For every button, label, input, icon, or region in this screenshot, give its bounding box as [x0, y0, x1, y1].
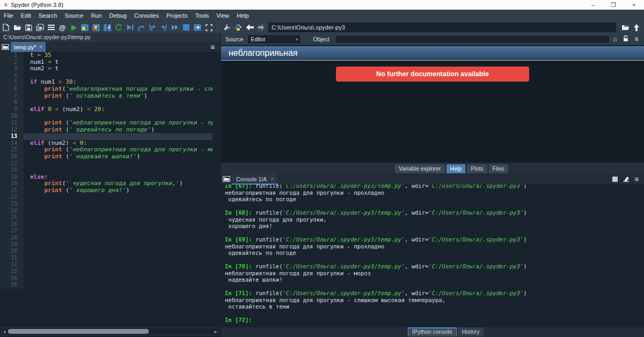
scroll-left-icon[interactable]: ◂	[2, 329, 7, 334]
parent-directory-icon[interactable]	[631, 23, 642, 32]
close-button[interactable]: ×	[624, 0, 644, 10]
continue-icon[interactable]	[170, 23, 180, 32]
menu-help[interactable]: Help	[233, 10, 253, 21]
code-line[interactable]: 3num2 = t	[0, 65, 213, 72]
run-icon[interactable]	[68, 23, 79, 32]
code-line[interactable]: 17	[0, 160, 213, 167]
tab-help[interactable]: Help	[447, 164, 466, 173]
scroll-right-icon[interactable]: ▸	[213, 329, 218, 334]
code-line[interactable]: 8	[0, 99, 213, 106]
code-line[interactable]: 35	[0, 282, 213, 289]
tab-temp-py[interactable]: temp.py* ×	[11, 42, 46, 52]
code-line[interactable]: 33	[0, 268, 213, 275]
python-env-icon[interactable]	[233, 23, 244, 32]
save-icon[interactable]	[23, 23, 34, 32]
clear-console-icon[interactable]	[620, 174, 631, 184]
code-line[interactable]: 5if num1 > 30:	[0, 79, 213, 86]
tab-plots[interactable]: Plots	[467, 164, 487, 173]
back-icon[interactable]	[244, 23, 255, 32]
new-console-icon[interactable]	[192, 23, 203, 32]
code-line[interactable]: 29	[0, 241, 213, 248]
code-line[interactable]: 11 print ('неблагоприятная погода для пр…	[0, 120, 213, 127]
stop-icon[interactable]	[181, 23, 192, 32]
home-icon[interactable]: ⌂	[610, 35, 620, 43]
forward-icon[interactable]	[255, 23, 266, 32]
menu-source[interactable]: Source	[61, 10, 87, 21]
code-line[interactable]: 2num1 = t	[0, 59, 213, 66]
code-line[interactable]: 7 print (' оставайтесь в тени')	[0, 93, 213, 100]
code-editor[interactable]: 1t = 352num1 = t3num2 = t45if num1 > 30:…	[0, 52, 213, 337]
scrollbar-thumb[interactable]	[8, 329, 149, 334]
menu-consoles[interactable]: Consoles	[130, 10, 163, 21]
step-into-icon[interactable]	[147, 23, 158, 32]
code-line[interactable]: 14elif (num2) < 0:	[0, 140, 213, 147]
find-symbols-icon[interactable]: @	[57, 23, 68, 32]
run-cell-advance-icon[interactable]	[91, 23, 101, 32]
file-switcher-icon[interactable]	[46, 23, 56, 32]
code-line[interactable]: 19else:	[0, 174, 213, 181]
working-directory-input[interactable]	[268, 23, 616, 32]
code-line[interactable]: 27	[0, 228, 213, 235]
code-line[interactable]: 4	[0, 72, 213, 79]
code-line[interactable]: 13	[0, 133, 213, 140]
browse-tabs-icon[interactable]	[221, 174, 232, 184]
code-line[interactable]: 10	[0, 113, 213, 120]
source-select[interactable]: Editor ▾	[247, 34, 301, 44]
open-file-icon[interactable]	[12, 23, 23, 32]
code-line[interactable]: 9elif 0 < (num2) < 20:	[0, 106, 213, 113]
save-all-icon[interactable]	[34, 23, 45, 32]
run-cell-icon[interactable]	[79, 23, 90, 32]
code-line[interactable]: 22	[0, 194, 213, 201]
editor-options-menu-icon[interactable]: ≡	[207, 42, 218, 52]
browse-tabs-icon[interactable]	[0, 42, 11, 52]
code-line[interactable]: 34	[0, 275, 213, 282]
new-file-icon[interactable]	[1, 23, 11, 32]
tab-ipython-console[interactable]: IPython console	[408, 327, 457, 336]
code-line[interactable]: 18	[0, 167, 213, 174]
minimize-button[interactable]: –	[583, 0, 603, 10]
console-options-menu-icon[interactable]: ≡	[631, 174, 642, 184]
object-input[interactable]	[335, 35, 610, 43]
code-line[interactable]: 26	[0, 221, 213, 228]
tab-close-icon[interactable]: ×	[270, 176, 274, 182]
tab-files[interactable]: Files	[489, 164, 508, 173]
step-over-icon[interactable]	[136, 23, 147, 32]
code-line[interactable]: 6 print('неблагоприятная погода для прог…	[0, 86, 213, 93]
tab-console-1a[interactable]: Console 1/A ×	[232, 173, 278, 185]
rerun-last-icon[interactable]	[113, 23, 124, 32]
menu-view[interactable]: View	[213, 10, 233, 21]
help-options-menu-icon[interactable]: ≡	[631, 35, 642, 43]
interrupt-kernel-icon[interactable]	[610, 174, 620, 184]
tab-history[interactable]: History	[458, 327, 484, 336]
code-line[interactable]: 15 print ('неблагоприятная погода для пр…	[0, 146, 213, 153]
code-line[interactable]: 30	[0, 248, 213, 255]
ipython-console-output[interactable]: In [67]: runfile('C:/Users/Ольга/.spyder…	[221, 185, 644, 327]
code-line[interactable]: 28	[0, 235, 213, 241]
code-line[interactable]: 23	[0, 201, 213, 208]
preferences-icon[interactable]	[222, 23, 232, 32]
step-return-icon[interactable]	[158, 23, 169, 32]
lock-icon[interactable]	[620, 35, 631, 43]
menu-tools[interactable]: Tools	[192, 10, 213, 21]
maximize-pane-icon[interactable]	[203, 23, 214, 32]
code-line[interactable]: 24	[0, 208, 213, 215]
rerun-cell-icon[interactable]	[102, 23, 113, 32]
code-line[interactable]: 21 print (' хорошего дня!')	[0, 187, 213, 194]
browse-directory-icon[interactable]	[620, 23, 631, 32]
tab-close-icon[interactable]: ×	[39, 44, 42, 50]
menu-debug[interactable]: Debug	[106, 10, 130, 21]
editor-horizontal-scrollbar[interactable]: ◂ ▸	[1, 327, 219, 335]
code-line[interactable]: 12 print (' одевайтесь по погоде')	[0, 127, 213, 134]
code-line[interactable]: 31	[0, 255, 213, 262]
code-line[interactable]: 16 print (' надевайте шапки!')	[0, 153, 213, 160]
debug-file-icon[interactable]	[125, 23, 135, 32]
menu-file[interactable]: File	[0, 10, 17, 21]
code-line[interactable]: 20 print(' чудесная погода для прогулки,…	[0, 180, 213, 187]
code-line[interactable]: 25	[0, 214, 213, 221]
menu-edit[interactable]: Edit	[17, 10, 35, 21]
tab-variable-explorer[interactable]: Variable explorer	[395, 164, 445, 173]
menu-run[interactable]: Run	[87, 10, 105, 21]
code-line[interactable]: 1t = 35	[0, 52, 213, 59]
code-line[interactable]: 32	[0, 261, 213, 268]
menu-projects[interactable]: Projects	[163, 10, 192, 21]
